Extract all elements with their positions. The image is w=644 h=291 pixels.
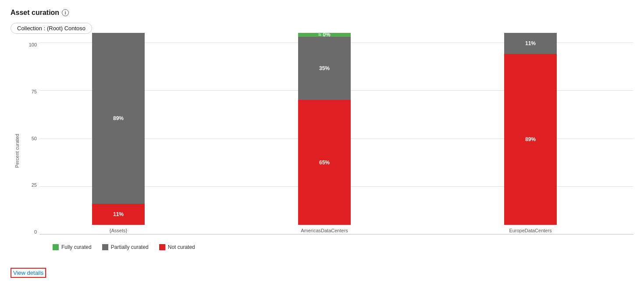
bar-group-americas: ≈ 0% 35% 65% AmericasDataCenters — [298, 33, 351, 234]
legend-swatch-not — [159, 244, 165, 250]
y-tick-75: 75 — [24, 89, 39, 94]
y-tick-100: 100 — [24, 43, 39, 47]
bar-group-europe: 11% 89% EuropeDataCenters — [504, 33, 557, 234]
bar-segment-assets-partially: 89% — [92, 33, 145, 204]
legend-swatch-partially — [102, 244, 108, 250]
y-ticks: 100 75 50 25 0 — [24, 43, 39, 244]
chart-area: Percent curated 100 75 50 25 0 — [11, 43, 633, 259]
bar-label-americas: AmericasDataCenters — [301, 227, 348, 234]
bar-stack-assets: 89% 11% — [92, 33, 145, 225]
legend-swatch-fully — [53, 244, 59, 250]
page-title-text: Asset curation — [11, 9, 59, 17]
collection-filter-button[interactable]: Collection : (Root) Contoso — [11, 23, 92, 34]
view-details-container: View details — [11, 268, 633, 278]
legend-item-partially: Partially curated — [102, 244, 149, 250]
y-axis-label: Percent curated — [11, 43, 24, 259]
y-tick-50: 50 — [24, 136, 39, 141]
bars-area: 89% 11% {Assets} — [39, 43, 633, 244]
legend: Fully curated Partially curated Not cura… — [53, 244, 633, 250]
legend-item-fully: Fully curated — [53, 244, 92, 250]
bar-segment-europe-partially: 11% — [504, 33, 557, 54]
bar-segment-assets-not: 11% — [92, 204, 145, 225]
collection-filter-label: Collection : (Root) Contoso — [17, 25, 85, 32]
chart-grid-container: 100 75 50 25 0 — [24, 43, 633, 244]
bar-group-assets: 89% 11% {Assets} — [92, 33, 145, 234]
bar-label-assets: {Assets} — [110, 227, 127, 234]
legend-label-fully: Fully curated — [61, 244, 92, 250]
legend-label-partially: Partially curated — [111, 244, 149, 250]
page-title: Asset curation i — [11, 9, 633, 17]
chart-plot: 89% 11% {Assets} — [39, 43, 633, 244]
bar-stack-europe: 11% 89% — [504, 33, 557, 225]
view-details-link[interactable]: View details — [11, 268, 46, 278]
y-tick-25: 25 — [24, 183, 39, 188]
bar-segment-americas-fully: ≈ 0% — [298, 33, 351, 37]
bar-segment-europe-not: 89% — [504, 54, 557, 225]
chart-inner: 100 75 50 25 0 — [24, 43, 633, 259]
info-icon[interactable]: i — [62, 9, 69, 16]
legend-item-not: Not curated — [159, 244, 195, 250]
bar-segment-americas-not: 65% — [298, 100, 351, 225]
y-tick-0: 0 — [24, 230, 39, 234]
bar-label-europe: EuropeDataCenters — [509, 227, 551, 234]
legend-label-not: Not curated — [168, 244, 195, 250]
bar-segment-americas-partially: 35% — [298, 37, 351, 100]
bar-stack-americas: ≈ 0% 35% 65% — [298, 33, 351, 225]
